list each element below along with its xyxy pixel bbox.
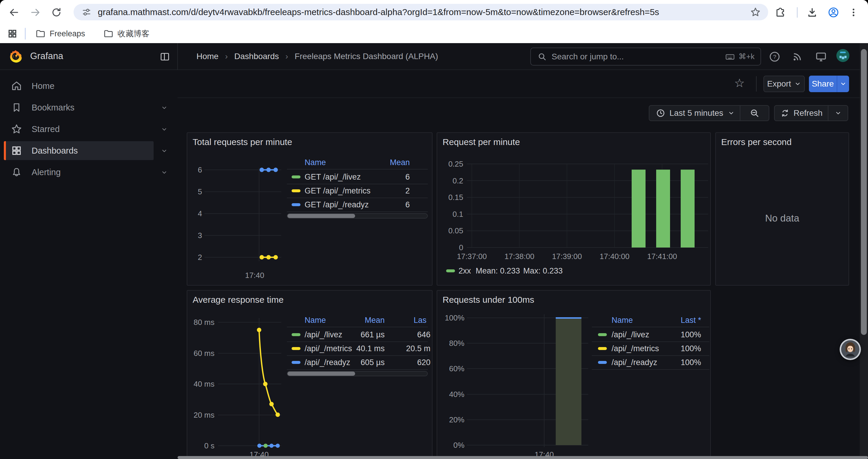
legend-column-header[interactable]: Last * [601, 315, 701, 325]
toolbar-separator [797, 7, 798, 18]
legend-series-color-pill[interactable] [446, 269, 455, 272]
help-icon[interactable]: ? [768, 50, 781, 63]
refresh-interval-dropdown[interactable] [829, 110, 848, 117]
floating-assistant-avatar[interactable] [840, 339, 861, 360]
search-input[interactable]: Search or jump to... ⌘+k [530, 47, 761, 66]
favorite-star-icon[interactable]: ☆ [734, 77, 745, 89]
y-axis-tick: 60 ms [187, 349, 215, 358]
share-button[interactable]: Share [809, 76, 837, 92]
y-axis-tick: 0.1 [437, 209, 463, 219]
sidebar-item-label: Starred [32, 120, 60, 138]
folder-icon [103, 29, 114, 39]
bookmark-item[interactable]: Freeleaps [31, 27, 90, 41]
reload-icon[interactable] [51, 6, 62, 18]
grafana-header: Grafana Home›Dashboards›Freeleaps Metric… [0, 43, 868, 70]
bookmark-star-icon[interactable] [750, 6, 761, 18]
time-range-picker[interactable]: Last 5 minutes [649, 105, 769, 121]
user-avatar[interactable] [836, 49, 849, 62]
legend-series-value: 100% [601, 343, 701, 354]
legend-series-value: 6 [309, 172, 410, 182]
brand-name[interactable]: Grafana [30, 51, 63, 61]
vertical-scrollbar-thumb[interactable] [861, 49, 867, 335]
site-settings-icon[interactable] [81, 7, 92, 18]
legend-max-value: Max: 0.233 [523, 266, 563, 276]
legend-scrollbar-thumb[interactable] [287, 214, 355, 218]
monitor-kiosk-icon[interactable] [814, 50, 828, 63]
legend-row-separator [592, 341, 709, 342]
legend-row-separator [287, 369, 428, 370]
chevron-down-icon[interactable] [161, 169, 167, 177]
breadcrumb-item[interactable]: Dashboards [234, 52, 279, 61]
panel-average-response-time: Average response time 80 ms60 ms40 ms20 … [187, 290, 433, 459]
legend-series-color-pill[interactable] [291, 175, 301, 178]
sidebar-item-home[interactable]: Home [0, 76, 178, 95]
legend-series-value: 100% [601, 330, 701, 340]
bookmark-item[interactable]: 收藏博客 [99, 27, 154, 41]
y-axis-tick: 0.2 [437, 176, 463, 186]
legend-column-header[interactable]: Mean [309, 157, 410, 167]
y-axis-tick: 80 ms [187, 318, 215, 327]
search-shortcut: ⌘+k [739, 52, 754, 61]
legend-series-value: 2 [309, 186, 410, 196]
back-icon[interactable] [8, 6, 20, 18]
legend-column-header[interactable]: Las [414, 315, 427, 325]
legend-row-separator [287, 327, 428, 327]
x-axis-tick: 17:41:00 [627, 252, 698, 261]
folder-icon [35, 29, 45, 39]
chevron-down-icon[interactable] [161, 126, 167, 134]
legend-series-value: 620 [330, 357, 430, 367]
grafana-logo[interactable] [9, 49, 23, 65]
sidebar-item-alerting[interactable]: Alerting [0, 163, 178, 182]
extensions-icon[interactable] [774, 6, 786, 18]
legend-row-separator [287, 341, 428, 342]
screen: grafana.mathmast.com/d/deytv4rwavabkb/fr… [0, 0, 868, 459]
y-axis-tick: 4 [187, 209, 202, 218]
y-axis-tick: 100% [437, 313, 464, 323]
address-bar[interactable]: grafana.mathmast.com/d/deytv4rwavabkb/fr… [73, 4, 768, 21]
share-menu-button[interactable] [837, 76, 849, 92]
export-button[interactable]: Export [764, 76, 805, 92]
legend-series-value: 100% [601, 357, 701, 367]
legend-series-value: 20.5 m [330, 343, 430, 354]
profile-icon[interactable] [828, 6, 839, 18]
legend-column-header[interactable]: Mean [284, 315, 385, 325]
url-text: grafana.mathmast.com/d/deytv4rwavabkb/fr… [98, 7, 750, 17]
apps-grid-icon[interactable] [6, 28, 18, 40]
legend-series-color-pill[interactable] [291, 189, 301, 192]
sidebar-item-dashboards[interactable]: Dashboards [0, 141, 178, 160]
refresh-label: Refresh [794, 108, 823, 118]
y-axis-tick: 0.15 [437, 193, 463, 202]
panel-title[interactable]: Errors per second [721, 137, 792, 147]
legend-series-value: 6 [309, 200, 410, 210]
apps-grid-icon [11, 145, 23, 157]
sidebar-item-bookmarks[interactable]: Bookmarks [0, 98, 178, 117]
downloads-icon[interactable] [806, 6, 818, 18]
bookmarks-bar: Freeleaps收藏博客 [0, 24, 868, 43]
breadcrumb-item[interactable]: Home [196, 52, 219, 61]
legend-row-separator [287, 211, 428, 212]
horizontal-scrollbar-thumb[interactable] [178, 456, 868, 459]
news-rss-icon[interactable] [791, 50, 804, 63]
chevron-down-icon[interactable] [161, 148, 167, 155]
zoom-out-icon[interactable] [740, 108, 769, 118]
legend-series-name[interactable]: 2xx [459, 266, 471, 276]
search-icon [537, 52, 547, 61]
star-icon [11, 123, 23, 135]
browser-menu-icon[interactable] [848, 6, 860, 18]
sidebar-item-label: Home [32, 76, 54, 95]
legend-mean-value: Mean: 0.233 [476, 266, 520, 276]
y-axis-tick: 0.25 [437, 159, 463, 169]
legend-series-color-pill[interactable] [291, 203, 301, 206]
refresh-button[interactable]: Refresh [774, 105, 848, 121]
chevron-down-icon[interactable] [161, 104, 167, 112]
y-axis-tick: 60% [437, 364, 464, 373]
sidebar-item-starred[interactable]: Starred [0, 120, 178, 138]
forward-icon[interactable] [30, 6, 41, 18]
search-placeholder: Search or jump to... [552, 52, 624, 61]
dock-menu-icon[interactable] [158, 50, 172, 63]
breadcrumb-separator-icon: › [285, 52, 288, 61]
bookmarks-separator [25, 28, 26, 40]
sidebar-items: HomeBookmarksStarredDashboardsAlerting [0, 76, 178, 184]
sidebar-item-label: Dashboards [32, 141, 78, 160]
legend-scrollbar-thumb[interactable] [287, 371, 355, 376]
